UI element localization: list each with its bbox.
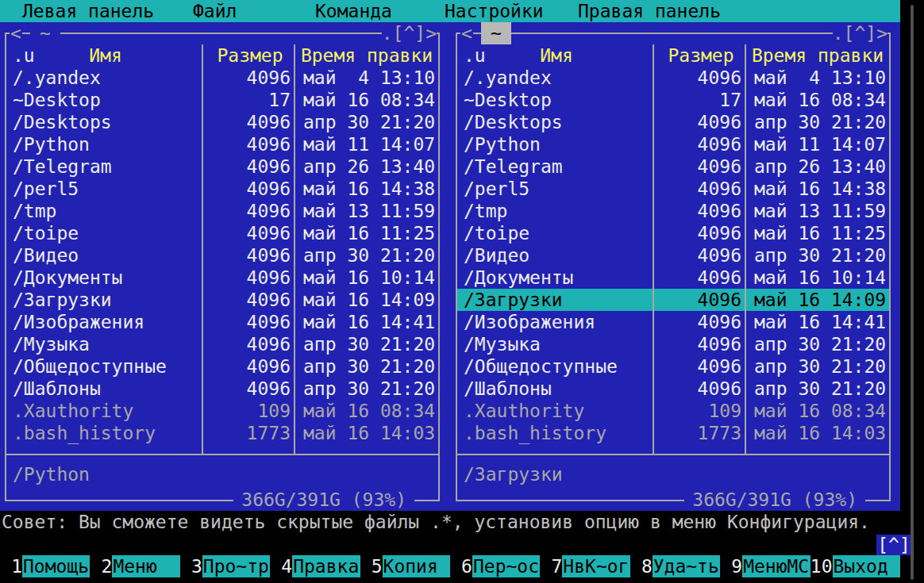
- sort-indicator: .u: [13, 44, 35, 67]
- fkey-2-button[interactable]: 2Меню: [90, 555, 179, 577]
- file-name: /Шаблоны: [6, 378, 205, 400]
- menu-left-panel[interactable]: Левая панель: [22, 0, 154, 22]
- file-row[interactable]: /Общедоступные4096апр 30 21:20: [6, 355, 438, 378]
- history-back-icon[interactable]: <: [10, 22, 22, 44]
- panel-toggle-badge[interactable]: [^]: [876, 535, 911, 555]
- file-mtime: май 16 14:38: [295, 178, 438, 200]
- file-mtime: май 16 08:34: [295, 400, 438, 422]
- file-name: .Xauthority: [6, 400, 205, 422]
- history-back-icon[interactable]: <: [460, 22, 473, 44]
- file-row[interactable]: /Музыка4096апр 30 21:20: [6, 333, 438, 355]
- panel-nav-icons[interactable]: .[^]>: [382, 22, 437, 44]
- command-line[interactable]: nesmeyanov@W7800-800016899:~$: [2, 533, 386, 555]
- fkey-5-button[interactable]: 5Копия: [360, 555, 450, 577]
- file-row[interactable]: /Документы4096май 16 10:14: [6, 267, 438, 289]
- fkey-number: 6: [450, 555, 472, 577]
- fkey-1-button[interactable]: 1Помощь: [0, 555, 90, 577]
- file-row[interactable]: /toipe4096май 16 11:25: [457, 222, 889, 244]
- file-size: 17: [205, 89, 295, 111]
- file-name: /Telegram: [457, 155, 656, 178]
- file-row[interactable]: /Изображения4096май 16 14:41: [6, 311, 438, 333]
- fkey-4-button[interactable]: 4Правка: [270, 555, 360, 577]
- fkey-label: Про~тр: [202, 555, 270, 577]
- file-row[interactable]: /perl54096май 16 14:38: [6, 178, 438, 200]
- file-row[interactable]: /Python4096май 11 14:07: [6, 133, 438, 155]
- file-name: /.yandex: [457, 67, 656, 89]
- file-row[interactable]: /tmp4096май 13 11:59: [6, 200, 438, 222]
- file-row[interactable]: /Музыка4096апр 30 21:20: [457, 333, 889, 355]
- file-mtime: май 16 08:34: [295, 89, 438, 111]
- file-row[interactable]: /Видео4096апр 30 21:20: [457, 244, 889, 267]
- fkey-3-button[interactable]: 3Про~тр: [180, 555, 270, 577]
- file-mtime: май 11 14:07: [746, 133, 889, 155]
- file-mtime: апр 30 21:20: [295, 244, 438, 267]
- file-row[interactable]: /Изображения4096май 16 14:41: [457, 311, 889, 333]
- file-row[interactable]: /Telegram4096апр 26 13:40: [6, 155, 438, 178]
- terminal-scrollbar[interactable]: [911, 5, 914, 580]
- right-panel-frame-top: [456, 33, 891, 34]
- file-mtime: май 13 11:59: [295, 200, 438, 222]
- panel-nav-icons[interactable]: .[^]>: [833, 22, 887, 44]
- file-size: 4096: [205, 67, 295, 89]
- file-row[interactable]: /tmp4096май 13 11:59: [457, 200, 889, 222]
- file-row[interactable]: .Xauthority109май 16 08:34: [457, 400, 889, 422]
- file-name: /Музыка: [457, 333, 656, 355]
- right-free-space: 366G/391G (93%): [684, 489, 865, 511]
- column-header-name[interactable]: .u Имя: [6, 44, 205, 67]
- file-row[interactable]: .bash_history1773май 16 14:03: [6, 422, 438, 444]
- file-name: .bash_history: [6, 422, 205, 444]
- file-row[interactable]: /Шаблоны4096апр 30 21:20: [457, 378, 889, 400]
- file-row[interactable]: /perl54096май 16 14:38: [457, 178, 889, 200]
- file-row[interactable]: /Desktops4096апр 30 21:20: [457, 111, 889, 133]
- file-row[interactable]: /Загрузки4096май 16 14:09: [6, 289, 438, 311]
- midnight-commander-screen: Левая панельФайлКомандаНастройкиПравая п…: [0, 0, 924, 583]
- file-row[interactable]: /Desktops4096апр 30 21:20: [6, 111, 438, 133]
- file-row[interactable]: /.yandex4096май 4 13:10: [457, 67, 889, 89]
- fkey-number: 8: [630, 555, 653, 577]
- file-size: 4096: [656, 133, 746, 155]
- file-row[interactable]: /Python4096май 11 14:07: [457, 133, 889, 155]
- right-panel-separator: [457, 454, 889, 455]
- column-header-size[interactable]: Размер: [205, 44, 295, 67]
- file-size: 109: [205, 400, 295, 422]
- menu-bar: Левая панельФайлКомандаНастройкиПравая п…: [0, 0, 900, 22]
- column-header-mtime[interactable]: Время правки: [295, 44, 438, 67]
- file-row[interactable]: ~Desktop17май 16 08:34: [6, 89, 438, 111]
- fkey-6-button[interactable]: 6Пер~ос: [450, 555, 540, 577]
- fkey-label: МенюМС: [742, 555, 810, 577]
- file-size: 4096: [205, 267, 295, 289]
- menu-right-panel[interactable]: Правая панель: [578, 0, 721, 22]
- fkey-9-button[interactable]: 9МенюМС: [720, 555, 810, 577]
- file-row[interactable]: /Общедоступные4096апр 30 21:20: [457, 355, 889, 378]
- file-row[interactable]: /Шаблоны4096апр 30 21:20: [6, 378, 438, 400]
- fkey-7-button[interactable]: 7НвК~ог: [540, 555, 629, 577]
- column-header-name[interactable]: .u Имя: [457, 44, 656, 67]
- right-panel-path[interactable]: ~: [481, 22, 511, 44]
- file-row[interactable]: /Видео4096апр 30 21:20: [6, 244, 438, 267]
- file-mtime: апр 30 21:20: [746, 333, 889, 355]
- file-row[interactable]: /.yandex4096май 4 13:10: [6, 67, 438, 89]
- file-row[interactable]: /Загрузки4096май 16 14:09: [457, 289, 889, 311]
- file-mtime: май 16 14:38: [746, 178, 889, 200]
- file-size: 4096: [205, 289, 295, 311]
- column-header-mtime[interactable]: Время правки: [746, 44, 889, 67]
- menu-command[interactable]: Команда: [315, 0, 392, 22]
- right-panel-column-divider-2: [745, 44, 746, 454]
- file-size: 4096: [656, 111, 746, 133]
- file-size: 1773: [656, 422, 746, 444]
- column-header-size[interactable]: Размер: [656, 44, 746, 67]
- file-name: /tmp: [6, 200, 205, 222]
- file-row[interactable]: ~Desktop17май 16 08:34: [457, 89, 889, 111]
- file-row[interactable]: /toipe4096май 16 11:25: [6, 222, 438, 244]
- fkey-10-button[interactable]: 10Выход: [810, 555, 900, 577]
- file-row[interactable]: .Xauthority109май 16 08:34: [6, 400, 438, 422]
- file-row[interactable]: .bash_history1773май 16 14:03: [457, 422, 889, 444]
- menu-file[interactable]: Файл: [193, 0, 237, 22]
- left-panel-path[interactable]: ~: [30, 22, 60, 44]
- fkey-8-button[interactable]: 8Уда~ть: [630, 555, 720, 577]
- file-mtime: май 16 11:25: [746, 222, 889, 244]
- file-row[interactable]: /Telegram4096апр 26 13:40: [457, 155, 889, 178]
- menu-options[interactable]: Настройки: [445, 0, 544, 22]
- file-row[interactable]: /Документы4096май 16 10:14: [457, 267, 889, 289]
- file-name: /Загрузки: [6, 289, 205, 311]
